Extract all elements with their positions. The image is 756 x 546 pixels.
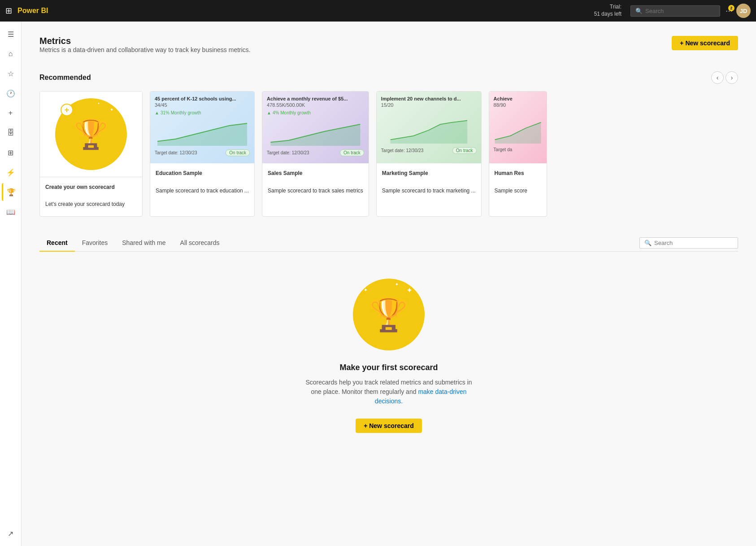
notifications-icon[interactable]: ⋯ 2 — [726, 7, 733, 15]
app-logo: Power BI — [17, 7, 589, 15]
education-chart-count: 34/45 — [155, 102, 250, 108]
card-marketing-label: Sample scorecard to track marketing ... — [377, 183, 481, 203]
card-create-sublabel: Let's create your scorecard today — [40, 197, 142, 216]
card-sales-chart: Achieve a monthly revenue of $5... 478.5… — [262, 92, 369, 163]
svg-marker-1 — [270, 124, 360, 146]
scorecard-search-box[interactable]: 🔍 — [639, 237, 738, 249]
recommended-header: Recommended ‹ › — [39, 71, 738, 84]
sales-chart-count: 478.55K/500.00K — [267, 102, 364, 108]
card-create-label: Create your own scorecard — [40, 177, 142, 197]
recommended-title: Recommended — [39, 74, 91, 82]
card-marketing-chart: Implement 20 new channels to d... 15/20 … — [377, 92, 481, 163]
trophy-icon: 🏆 — [73, 118, 109, 151]
on-track-badge: On track — [226, 149, 250, 156]
next-arrow[interactable]: › — [726, 71, 738, 84]
card-education-title: Education Sample — [150, 163, 254, 183]
sidebar-item-learn[interactable]: 📖 — [2, 203, 20, 221]
sidebar-item-external[interactable]: ↗ — [2, 524, 20, 542]
page-title-group: Metrics Metrics is a data-driven and col… — [39, 36, 251, 68]
page-header: Metrics Metrics is a data-driven and col… — [39, 36, 738, 68]
sales-mini-chart — [267, 119, 364, 146]
education-mini-chart — [155, 119, 250, 146]
chart-svg — [267, 119, 364, 146]
marketing-chart-footer: Target date: 12/30/23 On track — [381, 147, 477, 154]
tab-shared[interactable]: Shared with me — [115, 235, 173, 252]
sidebar-item-favorites[interactable]: ☆ — [2, 65, 20, 83]
education-chart-footer: Target date: 12/30/23 On track — [155, 149, 250, 156]
svg-marker-3 — [495, 122, 541, 144]
education-chart-growth: ▲ 31% Monthly growth — [155, 110, 250, 115]
tabs-section: Recent Favorites Shared with me All scor… — [39, 235, 738, 460]
card-sales[interactable]: Achieve a monthly revenue of $5... 478.5… — [262, 91, 369, 217]
sidebar-item-goals[interactable]: 🏆 — [2, 183, 20, 201]
sparkle-icon-3: ✦ — [364, 288, 367, 293]
card-humanres-title: Human Res — [489, 163, 547, 183]
tabs-search: 🔍 — [639, 237, 738, 249]
card-humanres[interactable]: Achieve 88/90 Target da Human Res Sample… — [489, 91, 547, 217]
card-education-chart: 45 percent of K-12 schools using... 34/4… — [150, 92, 254, 163]
sidebar-item-recents[interactable]: 🕐 — [2, 84, 20, 102]
sidebar-item-home[interactable]: ⌂ — [2, 45, 20, 63]
page-subtitle: Metrics is a data-driven and collaborati… — [39, 46, 251, 53]
card-education-label: Sample scorecard to track education ... — [150, 183, 254, 203]
empty-description: Scorecards help you track related metric… — [304, 378, 474, 406]
trial-info: Trial: 51 days left — [594, 4, 621, 17]
empty-new-scorecard-button[interactable]: + New scorecard — [356, 419, 422, 433]
topbar: ⊞ Power BI Trial: 51 days left 🔍 ⋯ 2 JD — [0, 0, 756, 22]
sparkle-2: ✦ — [97, 102, 100, 105]
sparkle-icon-2: ✦ — [395, 282, 399, 287]
search-icon: 🔍 — [635, 8, 643, 14]
sidebar-item-menu[interactable]: ☰ — [2, 25, 20, 43]
sidebar-item-workspaces[interactable]: ⊞ — [2, 144, 20, 162]
scorecard-search-input[interactable] — [654, 240, 733, 246]
notif-badge: 2 — [728, 5, 734, 11]
card-create[interactable]: + ✦ ✦ 🏆 Create your own scorecard Let's … — [39, 91, 143, 217]
card-humanres-chart: Achieve 88/90 Target da — [489, 92, 547, 163]
trophy-circle: + ✦ ✦ 🏆 — [55, 98, 127, 170]
apps-icon[interactable]: ⊞ — [5, 6, 12, 16]
chart-svg — [381, 117, 477, 144]
main-content: Metrics Metrics is a data-driven and col… — [22, 22, 756, 546]
card-sales-title: Sales Sample — [262, 163, 369, 183]
empty-state: ✦ ✦ ✦ 🏆 Make your first scorecard Scorec… — [39, 252, 738, 460]
topbar-icons: ⋯ 2 JD — [726, 4, 751, 18]
humanres-chart-count: 88/90 — [494, 102, 542, 108]
tabs-bar: Recent Favorites Shared with me All scor… — [39, 235, 738, 252]
empty-trophy-icon: 🏆 — [369, 296, 409, 334]
marketing-chart-header: Implement 20 new channels to d... — [381, 96, 477, 101]
on-track-badge: On track — [452, 147, 477, 154]
empty-trophy-circle: ✦ ✦ ✦ 🏆 — [353, 279, 425, 350]
tab-recent[interactable]: Recent — [39, 235, 75, 252]
card-education[interactable]: 45 percent of K-12 schools using... 34/4… — [150, 91, 255, 217]
new-scorecard-button[interactable]: + New scorecard — [672, 36, 738, 50]
marketing-mini-chart — [381, 117, 477, 144]
prev-arrow[interactable]: ‹ — [711, 71, 724, 84]
sparkle-1: ✦ — [110, 107, 113, 112]
sidebar-item-data-hub[interactable]: 🗄 — [2, 124, 20, 142]
humanres-chart-header: Achieve — [494, 96, 542, 101]
marketing-chart-count: 15/20 — [381, 102, 477, 108]
education-chart-header: 45 percent of K-12 schools using... — [155, 96, 250, 101]
svg-marker-0 — [157, 123, 247, 146]
chart-svg — [155, 119, 250, 146]
sidebar-item-create[interactable]: + — [2, 104, 20, 122]
card-sales-label: Sample scorecard to track sales metrics — [262, 183, 369, 203]
sidebar-item-discover[interactable]: ⚡ — [2, 163, 20, 181]
card-marketing[interactable]: Implement 20 new channels to d... 15/20 … — [376, 91, 482, 217]
card-marketing-title: Marketing Sample — [377, 163, 481, 183]
tab-all[interactable]: All scorecards — [173, 235, 227, 252]
humanres-chart-footer: Target da — [494, 147, 542, 152]
tab-favorites[interactable]: Favorites — [75, 235, 115, 252]
avatar[interactable]: JD — [736, 4, 751, 18]
page-title: Metrics — [39, 36, 251, 46]
sales-chart-footer: Target date: 12/30/23 On track — [267, 149, 364, 156]
growth-arrow-icon: ▲ — [155, 110, 159, 115]
sparkle-icon-1: ✦ — [407, 287, 412, 294]
humanres-mini-chart — [494, 117, 542, 144]
search-input[interactable] — [645, 8, 715, 14]
growth-arrow-icon: ▲ — [267, 110, 271, 115]
search-icon: 🔍 — [644, 240, 652, 246]
recommended-cards: + ✦ ✦ 🏆 Create your own scorecard Let's … — [39, 91, 738, 217]
topbar-search[interactable]: 🔍 — [630, 5, 720, 17]
card-create-image: + ✦ ✦ 🏆 — [40, 92, 142, 177]
